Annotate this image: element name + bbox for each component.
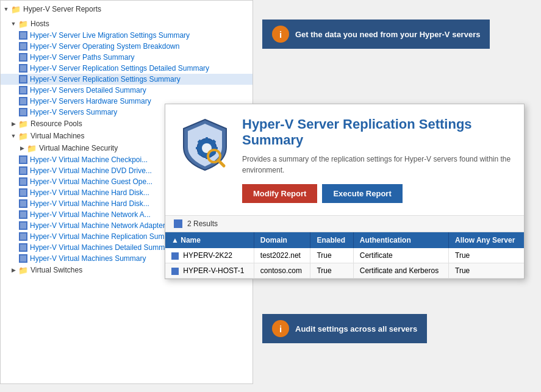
chevron-resource-pools: ▶ <box>10 121 16 127</box>
report-label-3: Hyper-V Server Replication Settings Deta… <box>30 64 209 73</box>
col-enabled[interactable]: Enabled <box>310 232 353 248</box>
cell-name: HYPERV-2K22 <box>165 248 254 263</box>
modal-description: Provides a summary of the replication se… <box>242 154 512 176</box>
report-label-0: Hyper-V Server Live Migration Settings S… <box>30 31 190 40</box>
report-label-6: Hyper-V Servers Hardware Summary <box>30 97 151 105</box>
cell-enabled: True <box>310 248 353 263</box>
tree-virtual-machines-label: Virtual Machines <box>30 132 85 140</box>
info-icon-top: i <box>272 26 289 43</box>
vm-report-icon-0 <box>19 155 27 164</box>
vm-report-icon-3 <box>19 188 27 197</box>
vm-report-label-9: Hyper-V Virtual Machines Summary <box>30 254 146 263</box>
col-name[interactable]: ▲ Name <box>165 232 254 248</box>
report-item-0[interactable]: Hyper-V Server Live Migration Settings S… <box>1 30 253 41</box>
report-item-2[interactable]: Hyper-V Server Paths Summary <box>1 52 253 63</box>
vm-report-icon-7 <box>19 232 27 241</box>
vm-report-icon-8 <box>19 243 27 252</box>
tree-hosts-label: Hosts <box>30 20 49 28</box>
cell-enabled: True <box>310 263 353 278</box>
cell-name: HYPER-V-HOST-1 <box>165 263 254 278</box>
tooltip-bottom: i Audit settings across all servers <box>262 314 427 343</box>
vm-report-label-2: Hyper-V Virtual Machine Guest Ope... <box>30 177 152 186</box>
vm-report-label-5: Hyper-V Virtual Machine Network A... <box>30 210 151 219</box>
table-row: HYPERV-2K22 test2022.net True Certificat… <box>165 248 524 263</box>
report-icon-3 <box>19 64 27 73</box>
vm-report-label-8: Hyper-V Virtual Machines Detailed Summar… <box>30 243 175 252</box>
cell-allow-server: True <box>449 263 524 278</box>
modify-report-button[interactable]: Modify Report <box>242 184 317 203</box>
svg-line-11 <box>218 160 224 166</box>
col-allow-server[interactable]: Allow Any Server <box>449 232 524 248</box>
vm-report-label-0: Hyper-V Virtual Machine Checkpoi... <box>30 155 148 164</box>
tree-vm-security-label: Virtual Machine Security <box>39 144 118 152</box>
report-label-2: Hyper-V Server Paths Summary <box>30 53 134 62</box>
tree-virtual-switches-label: Virtual Switches <box>30 266 82 274</box>
folder-resource-pools-icon: 📁 <box>18 119 28 129</box>
vm-report-icon-1 <box>19 166 27 175</box>
tooltip-top-text: Get the data you need from your Hyper-V … <box>295 30 480 39</box>
tree-resource-pools-label: Resource Pools <box>30 119 82 128</box>
folder-root-icon: 📁 <box>11 4 21 14</box>
cell-domain: test2022.net <box>254 248 310 263</box>
modal-card: Hyper-V Server Replication Settings Summ… <box>165 104 525 279</box>
cell-allow-server: True <box>449 248 524 263</box>
shield-icon <box>177 116 232 171</box>
vm-report-label-7: Hyper-V Virtual Machine Replication Summ… <box>30 232 181 241</box>
svg-rect-2 <box>206 137 208 141</box>
report-label-7: Hyper-V Servers Summary <box>30 108 117 116</box>
results-table: ▲ Name Domain Enabled Authentication All… <box>165 232 524 279</box>
report-icon-0 <box>19 31 27 40</box>
vm-report-icon-9 <box>19 254 27 263</box>
report-icon-6 <box>19 97 27 105</box>
folder-hosts-icon: 📁 <box>18 19 28 29</box>
report-icon-4 <box>19 75 27 84</box>
row-icon <box>171 268 179 275</box>
table-row: HYPER-V-HOST-1 contoso.com True Certific… <box>165 263 524 278</box>
results-icon <box>174 219 182 228</box>
report-item-1[interactable]: Hyper-V Server Operating System Breakdow… <box>1 41 253 52</box>
col-authentication[interactable]: Authentication <box>353 232 448 248</box>
report-item-5[interactable]: Hyper-V Servers Detailed Summary <box>1 85 253 96</box>
tree-hosts[interactable]: ▼ 📁 Hosts <box>1 18 253 30</box>
table-header-row: ▲ Name Domain Enabled Authentication All… <box>165 232 524 248</box>
vm-report-label-3: Hyper-V Virtual Machine Hard Disk... <box>30 188 149 197</box>
vm-report-icon-6 <box>19 221 27 230</box>
report-label-1: Hyper-V Server Operating System Breakdow… <box>30 42 179 51</box>
report-item-3[interactable]: Hyper-V Server Replication Settings Deta… <box>1 63 253 74</box>
modal-buttons: Modify Report Execute Report <box>242 184 512 203</box>
chevron-virtual-machines: ▼ <box>10 133 16 139</box>
results-count: 2 Results <box>187 219 218 228</box>
folder-virtual-switches-icon: 📁 <box>18 265 28 275</box>
modal-header: Hyper-V Server Replication Settings Summ… <box>165 104 524 215</box>
report-item-4[interactable]: Hyper-V Server Replication Settings Summ… <box>1 74 253 85</box>
vm-report-label-4: Hyper-V Virtual Machine Hard Disk... <box>30 199 149 208</box>
chevron-hosts: ▼ <box>10 21 16 27</box>
cell-authentication: Certificate <box>353 248 448 263</box>
tree-root-label: Hyper-V Server Reports <box>23 5 101 13</box>
vm-report-icon-4 <box>19 199 27 208</box>
cell-domain: contoso.com <box>254 263 310 278</box>
vm-report-icon-5 <box>19 210 27 219</box>
col-domain[interactable]: Domain <box>254 232 310 248</box>
report-icon-7 <box>19 108 27 116</box>
tooltip-bottom-text: Audit settings across all servers <box>295 324 417 333</box>
modal-text-content: Hyper-V Server Replication Settings Summ… <box>242 116 512 203</box>
row-icon <box>171 252 179 260</box>
info-icon-bottom: i <box>272 320 289 337</box>
modal-title: Hyper-V Server Replication Settings Summ… <box>242 116 512 149</box>
report-icon-5 <box>19 86 27 94</box>
tooltip-top: i Get the data you need from your Hyper-… <box>262 20 490 49</box>
vm-report-label-1: Hyper-V Virtual Machine DVD Drive... <box>30 166 152 175</box>
execute-report-button[interactable]: Execute Report <box>322 184 402 203</box>
tree-root[interactable]: ▼ 📁 Hyper-V Server Reports <box>1 1 253 18</box>
report-icon-2 <box>19 53 27 62</box>
folder-vm-security-icon: 📁 <box>27 143 37 153</box>
report-label-5: Hyper-V Servers Detailed Summary <box>30 86 146 94</box>
chevron-vm-security: ▶ <box>19 145 25 151</box>
results-bar: 2 Results <box>165 215 524 232</box>
report-icon-1 <box>19 42 27 51</box>
folder-virtual-machines-icon: 📁 <box>18 131 28 141</box>
svg-rect-4 <box>196 147 199 149</box>
chevron-virtual-switches: ▶ <box>10 267 16 273</box>
cell-authentication: Certificate and Kerberos <box>353 263 448 278</box>
